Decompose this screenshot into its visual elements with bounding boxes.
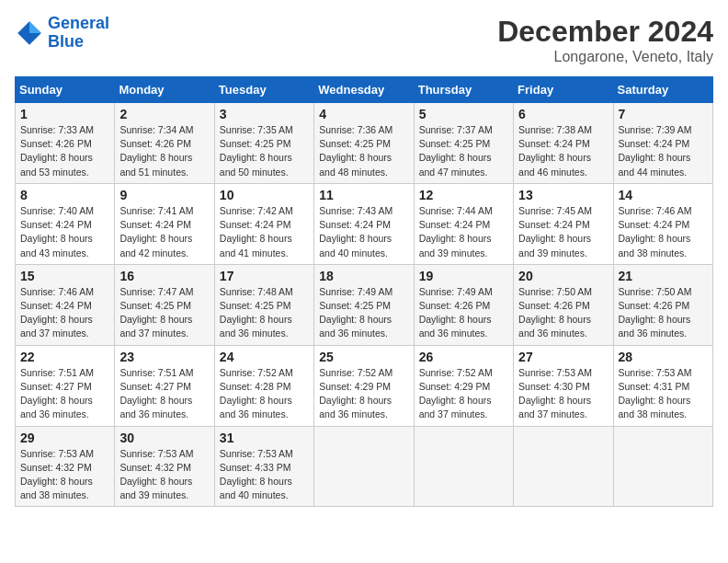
day-number: 27 <box>518 350 608 364</box>
day-number: 17 <box>220 269 309 283</box>
day-info: Sunrise: 7:49 AM Sunset: 4:25 PM Dayligh… <box>319 285 408 341</box>
day-info: Sunrise: 7:53 AM Sunset: 4:32 PM Dayligh… <box>20 447 109 503</box>
day-cell-5: 5 Sunrise: 7:37 AM Sunset: 4:25 PM Dayli… <box>414 103 513 184</box>
day-number: 6 <box>518 107 608 121</box>
day-info: Sunrise: 7:49 AM Sunset: 4:26 PM Dayligh… <box>419 285 508 341</box>
day-number: 8 <box>20 188 109 202</box>
header-thursday: Thursday <box>414 77 513 103</box>
day-cell-20: 20 Sunrise: 7:50 AM Sunset: 4:26 PM Dayl… <box>514 264 613 345</box>
day-cell-27: 27 Sunrise: 7:53 AM Sunset: 4:30 PM Dayl… <box>514 345 613 426</box>
day-number: 3 <box>220 107 309 121</box>
header-saturday: Saturday <box>613 77 712 103</box>
day-number: 12 <box>419 188 508 202</box>
day-cell-25: 25 Sunrise: 7:52 AM Sunset: 4:29 PM Dayl… <box>314 345 414 426</box>
header-monday: Monday <box>115 77 214 103</box>
logo-line2: Blue <box>48 32 84 51</box>
day-info: Sunrise: 7:45 AM Sunset: 4:24 PM Dayligh… <box>518 204 608 260</box>
day-info: Sunrise: 7:50 AM Sunset: 4:26 PM Dayligh… <box>518 285 608 341</box>
day-number: 4 <box>319 107 408 121</box>
day-cell-19: 19 Sunrise: 7:49 AM Sunset: 4:26 PM Dayl… <box>414 264 513 345</box>
day-number: 11 <box>319 188 408 202</box>
calendar-table: Sunday Monday Tuesday Wednesday Thursday… <box>15 76 713 507</box>
day-info: Sunrise: 7:42 AM Sunset: 4:24 PM Dayligh… <box>220 204 309 260</box>
day-cell-8: 8 Sunrise: 7:40 AM Sunset: 4:24 PM Dayli… <box>16 183 115 264</box>
day-cell-3: 3 Sunrise: 7:35 AM Sunset: 4:25 PM Dayli… <box>214 103 313 184</box>
day-cell-1: 1 Sunrise: 7:33 AM Sunset: 4:26 PM Dayli… <box>16 103 115 184</box>
day-number: 9 <box>119 188 209 202</box>
day-info: Sunrise: 7:39 AM Sunset: 4:24 PM Dayligh… <box>619 123 708 179</box>
day-info: Sunrise: 7:43 AM Sunset: 4:24 PM Dayligh… <box>319 204 408 260</box>
calendar-week-4: 22 Sunrise: 7:51 AM Sunset: 4:27 PM Dayl… <box>16 345 713 426</box>
day-info: Sunrise: 7:51 AM Sunset: 4:27 PM Dayligh… <box>20 366 109 422</box>
logo-text: General Blue <box>48 15 109 52</box>
day-info: Sunrise: 7:52 AM Sunset: 4:29 PM Dayligh… <box>319 366 408 422</box>
day-info: Sunrise: 7:51 AM Sunset: 4:27 PM Dayligh… <box>119 366 209 422</box>
svg-marker-1 <box>29 21 41 33</box>
day-info: Sunrise: 7:38 AM Sunset: 4:24 PM Dayligh… <box>518 123 608 179</box>
header-row: Sunday Monday Tuesday Wednesday Thursday… <box>16 77 713 103</box>
day-info: Sunrise: 7:46 AM Sunset: 4:24 PM Dayligh… <box>619 204 708 260</box>
day-info: Sunrise: 7:37 AM Sunset: 4:25 PM Dayligh… <box>419 123 508 179</box>
day-cell-23: 23 Sunrise: 7:51 AM Sunset: 4:27 PM Dayl… <box>115 345 214 426</box>
day-number: 10 <box>220 188 309 202</box>
header-wednesday: Wednesday <box>314 77 414 103</box>
day-cell-30: 30 Sunrise: 7:53 AM Sunset: 4:32 PM Dayl… <box>115 426 214 507</box>
header-sunday: Sunday <box>16 77 115 103</box>
day-number: 28 <box>619 350 708 364</box>
day-cell-11: 11 Sunrise: 7:43 AM Sunset: 4:24 PM Dayl… <box>314 183 414 264</box>
empty-cell <box>514 426 613 507</box>
logo: General Blue <box>15 15 109 52</box>
day-info: Sunrise: 7:48 AM Sunset: 4:25 PM Dayligh… <box>220 285 309 341</box>
day-cell-28: 28 Sunrise: 7:53 AM Sunset: 4:31 PM Dayl… <box>613 345 712 426</box>
day-number: 26 <box>419 350 508 364</box>
day-cell-15: 15 Sunrise: 7:46 AM Sunset: 4:24 PM Dayl… <box>16 264 115 345</box>
calendar-week-5: 29 Sunrise: 7:53 AM Sunset: 4:32 PM Dayl… <box>16 426 713 507</box>
day-info: Sunrise: 7:47 AM Sunset: 4:25 PM Dayligh… <box>119 285 209 341</box>
day-cell-21: 21 Sunrise: 7:50 AM Sunset: 4:26 PM Dayl… <box>613 264 712 345</box>
day-number: 2 <box>119 107 209 121</box>
day-cell-29: 29 Sunrise: 7:53 AM Sunset: 4:32 PM Dayl… <box>16 426 115 507</box>
day-cell-6: 6 Sunrise: 7:38 AM Sunset: 4:24 PM Dayli… <box>514 103 613 184</box>
day-cell-18: 18 Sunrise: 7:49 AM Sunset: 4:25 PM Dayl… <box>314 264 414 345</box>
empty-cell <box>613 426 712 507</box>
day-info: Sunrise: 7:34 AM Sunset: 4:26 PM Dayligh… <box>119 123 209 179</box>
day-number: 21 <box>619 269 708 283</box>
day-number: 30 <box>119 431 209 445</box>
day-cell-16: 16 Sunrise: 7:47 AM Sunset: 4:25 PM Dayl… <box>115 264 214 345</box>
day-info: Sunrise: 7:53 AM Sunset: 4:30 PM Dayligh… <box>518 366 608 422</box>
page-header: General Blue December 2024 Longarone, Ve… <box>15 15 713 65</box>
calendar-week-1: 1 Sunrise: 7:33 AM Sunset: 4:26 PM Dayli… <box>16 103 713 184</box>
day-cell-14: 14 Sunrise: 7:46 AM Sunset: 4:24 PM Dayl… <box>613 183 712 264</box>
day-number: 22 <box>20 350 109 364</box>
day-cell-31: 31 Sunrise: 7:53 AM Sunset: 4:33 PM Dayl… <box>214 426 313 507</box>
empty-cell <box>314 426 414 507</box>
day-cell-22: 22 Sunrise: 7:51 AM Sunset: 4:27 PM Dayl… <box>16 345 115 426</box>
day-number: 15 <box>20 269 109 283</box>
day-cell-26: 26 Sunrise: 7:52 AM Sunset: 4:29 PM Dayl… <box>414 345 513 426</box>
day-info: Sunrise: 7:35 AM Sunset: 4:25 PM Dayligh… <box>220 123 309 179</box>
day-number: 16 <box>119 269 209 283</box>
calendar-week-2: 8 Sunrise: 7:40 AM Sunset: 4:24 PM Dayli… <box>16 183 713 264</box>
day-cell-10: 10 Sunrise: 7:42 AM Sunset: 4:24 PM Dayl… <box>214 183 313 264</box>
day-number: 5 <box>419 107 508 121</box>
day-number: 31 <box>220 431 309 445</box>
header-friday: Friday <box>514 77 613 103</box>
day-info: Sunrise: 7:36 AM Sunset: 4:25 PM Dayligh… <box>319 123 408 179</box>
day-number: 24 <box>220 350 309 364</box>
logo-icon <box>15 18 44 48</box>
day-info: Sunrise: 7:33 AM Sunset: 4:26 PM Dayligh… <box>20 123 109 179</box>
day-info: Sunrise: 7:53 AM Sunset: 4:31 PM Dayligh… <box>619 366 708 422</box>
day-number: 7 <box>619 107 708 121</box>
day-info: Sunrise: 7:44 AM Sunset: 4:24 PM Dayligh… <box>419 204 508 260</box>
day-number: 1 <box>20 107 109 121</box>
day-cell-4: 4 Sunrise: 7:36 AM Sunset: 4:25 PM Dayli… <box>314 103 414 184</box>
day-number: 18 <box>319 269 408 283</box>
day-cell-17: 17 Sunrise: 7:48 AM Sunset: 4:25 PM Dayl… <box>214 264 313 345</box>
day-cell-13: 13 Sunrise: 7:45 AM Sunset: 4:24 PM Dayl… <box>514 183 613 264</box>
day-info: Sunrise: 7:52 AM Sunset: 4:29 PM Dayligh… <box>419 366 508 422</box>
calendar-week-3: 15 Sunrise: 7:46 AM Sunset: 4:24 PM Dayl… <box>16 264 713 345</box>
calendar-title: December 2024 <box>497 15 713 49</box>
day-cell-7: 7 Sunrise: 7:39 AM Sunset: 4:24 PM Dayli… <box>613 103 712 184</box>
day-number: 25 <box>319 350 408 364</box>
empty-cell <box>414 426 513 507</box>
